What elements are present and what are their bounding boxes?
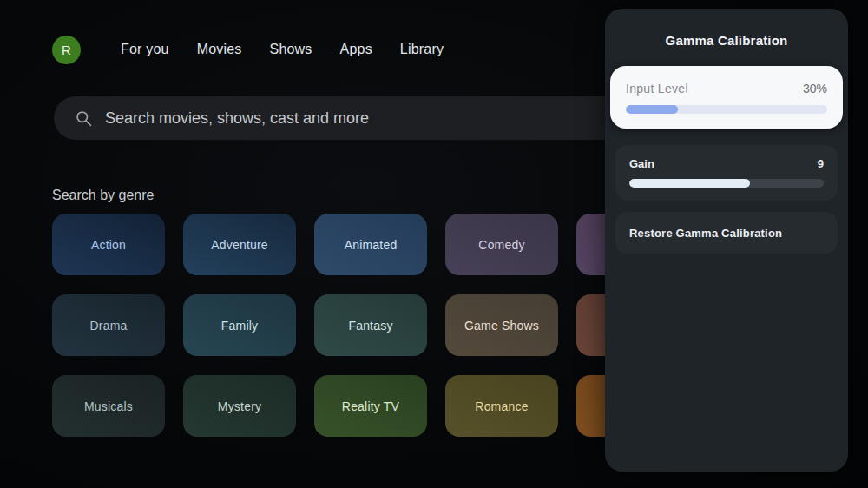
genre-tile-action[interactable]: Action	[52, 214, 165, 275]
search-placeholder: Search movies, shows, cast and more	[105, 109, 369, 128]
genre-tile-reality-tv[interactable]: Reality TV	[314, 375, 427, 437]
tv-home-screen: R For you Movies Shows Apps Library Sear…	[0, 0, 868, 488]
genre-tile-label: Drama	[89, 319, 127, 333]
input-level-header: Input Level 30%	[626, 82, 827, 96]
input-level-label: Input Level	[626, 82, 688, 96]
genre-tile-family[interactable]: Family	[183, 294, 296, 356]
genre-tile-label: Comedy	[478, 238, 524, 252]
genre-grid: Action Adventure Animated Comedy Drama F…	[52, 214, 689, 437]
genre-tile-label: Action	[91, 238, 126, 252]
genre-tile-label: Animated	[345, 238, 398, 252]
restore-gamma-calibration-button[interactable]: Restore Gamma Calibration	[615, 212, 838, 254]
genre-tile-game-shows[interactable]: Game Shows	[445, 294, 558, 356]
gain-slider[interactable]: Gain 9	[615, 145, 838, 201]
tab-movies[interactable]: Movies	[183, 35, 256, 64]
input-level-slider[interactable]: Input Level 30%	[610, 66, 843, 129]
search-input[interactable]: Search movies, shows, cast and more	[54, 96, 627, 140]
gain-track[interactable]	[629, 179, 824, 188]
tab-for-you[interactable]: For you	[107, 35, 183, 64]
genre-tile-label: Family	[221, 319, 258, 333]
genre-tile-drama[interactable]: Drama	[52, 294, 165, 356]
profile-avatar[interactable]: R	[52, 36, 81, 64]
tab-apps[interactable]: Apps	[326, 35, 386, 64]
genre-tile-mystery[interactable]: Mystery	[183, 375, 296, 437]
genre-tile-label: Fantasy	[348, 319, 392, 333]
input-level-fill	[626, 105, 678, 114]
genre-tile-comedy[interactable]: Comedy	[445, 214, 558, 275]
genre-tile-label: Romance	[475, 399, 528, 413]
genre-tile-label: Reality TV	[342, 399, 399, 413]
gamma-calibration-panel: Gamma Calibration Input Level 30% Gain 9…	[605, 9, 848, 472]
genre-tile-romance[interactable]: Romance	[445, 375, 558, 437]
nav-tabs: For you Movies Shows Apps Library	[107, 35, 457, 64]
genre-tile-label: Game Shows	[464, 319, 539, 333]
panel-title: Gamma Calibration	[605, 9, 848, 48]
genre-tile-label: Mystery	[218, 399, 261, 413]
tab-library[interactable]: Library	[386, 35, 457, 64]
genre-tile-musicals[interactable]: Musicals	[52, 375, 165, 437]
gain-fill	[629, 179, 750, 188]
genre-tile-animated[interactable]: Animated	[314, 214, 427, 275]
restore-button-label: Restore Gamma Calibration	[629, 227, 782, 240]
input-level-track[interactable]	[626, 105, 827, 114]
genre-row-2: Drama Family Fantasy Game Shows	[52, 294, 689, 356]
genre-tile-adventure[interactable]: Adventure	[183, 214, 296, 275]
genre-section-heading: Search by genre	[52, 188, 154, 203]
gain-header: Gain 9	[629, 157, 824, 170]
search-icon	[75, 109, 93, 128]
genre-tile-label: Musicals	[84, 399, 133, 413]
gain-label: Gain	[629, 157, 654, 170]
top-navigation: R For you Movies Shows Apps Library	[52, 35, 457, 64]
genre-tile-label: Adventure	[211, 238, 268, 252]
genre-row-1: Action Adventure Animated Comedy	[52, 214, 689, 275]
genre-tile-fantasy[interactable]: Fantasy	[314, 294, 427, 356]
gain-value: 9	[818, 157, 824, 170]
tab-shows[interactable]: Shows	[256, 35, 326, 64]
genre-row-3: Musicals Mystery Reality TV Romance	[52, 375, 689, 437]
input-level-value: 30%	[803, 82, 827, 96]
